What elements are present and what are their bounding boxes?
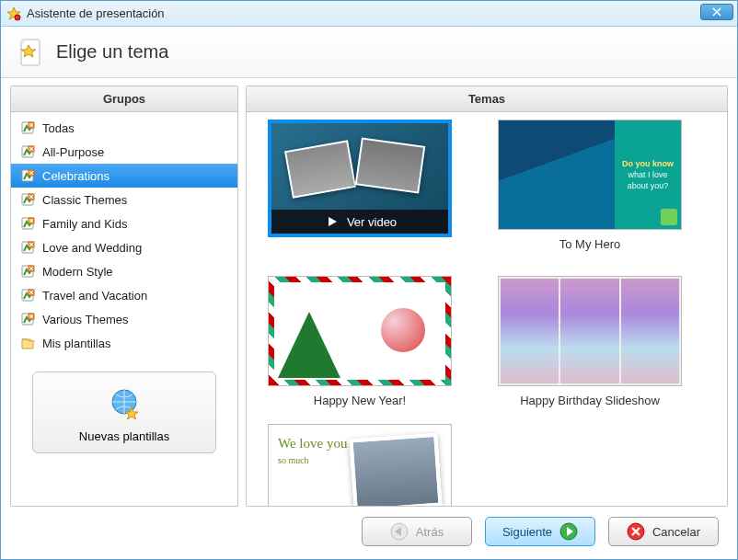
theme-tile[interactable]: Do you know what I love about you? To My… [493, 120, 686, 259]
cancel-button[interactable]: Cancelar [608, 517, 719, 546]
hero-text-1: Do you know [622, 159, 674, 168]
theme-tile[interactable]: Happy New Year! [263, 276, 456, 407]
next-button[interactable]: Siguiente [485, 517, 595, 546]
titlebar: Asistente de presentación [1, 1, 737, 27]
hero-text-3: about you? [628, 181, 669, 190]
theme-label: Happy New Year! [314, 390, 406, 407]
theme-category-icon [20, 168, 35, 183]
hero-text-2: what I love [628, 170, 667, 179]
group-label: Travel and Vacation [42, 289, 147, 303]
globe-star-icon [106, 385, 143, 422]
page-star-icon [16, 38, 45, 67]
theme-thumbnail: Do you know what I love about you? [498, 120, 682, 230]
theme-tile[interactable]: Ver video Anniversary Gift for Girlfrien… [263, 120, 456, 237]
group-item[interactable]: Family and Kids [11, 211, 237, 235]
group-label: All-Purpose [42, 145, 104, 159]
theme-category-icon [20, 288, 35, 303]
theme-label: Happy Birthday Slideshow [520, 390, 660, 407]
theme-category-icon [20, 264, 35, 279]
theme-category-icon [20, 192, 35, 207]
cancel-label: Cancelar [652, 525, 700, 539]
group-list: TodasAll-PurposeCelebrationsClassic Them… [11, 112, 237, 359]
theme-thumbnail [498, 276, 682, 386]
watch-video-overlay[interactable]: Ver video [271, 210, 448, 234]
group-label: Various Themes [42, 313, 128, 326]
theme-category-icon [20, 312, 35, 326]
close-icon [712, 7, 721, 17]
watch-video-label: Ver video [347, 215, 397, 229]
groups-panel: Grupos TodasAll-PurposeCelebrationsClass… [10, 86, 238, 507]
group-label: Mis plantillas [42, 337, 110, 350]
theme-label: To My Hero [559, 234, 620, 251]
next-label: Siguiente [502, 525, 552, 539]
theme-thumbnail [268, 276, 452, 386]
group-item[interactable]: All-Purpose [11, 140, 237, 164]
arrow-right-icon [559, 522, 578, 541]
page-title: Elige un tema [56, 41, 168, 63]
group-item[interactable]: Love and Wedding [11, 235, 237, 259]
group-item[interactable]: Celebrations [11, 164, 237, 188]
arrow-left-icon [390, 522, 409, 541]
folder-icon [20, 336, 35, 350]
wizard-footer: Atrás Siguiente Cancelar [1, 510, 737, 553]
theme-tile[interactable]: We love youso much We love you so much [263, 424, 456, 506]
group-item[interactable]: Classic Themes [11, 188, 237, 211]
theme-category-icon [20, 216, 35, 231]
app-icon [6, 6, 21, 21]
theme-category-icon [20, 120, 35, 135]
themes-heading: Temas [247, 86, 727, 112]
theme-thumbnail: We love youso much [268, 424, 452, 506]
groups-heading: Grupos [11, 86, 237, 112]
close-button[interactable] [700, 4, 733, 20]
group-label: Classic Themes [42, 193, 127, 207]
themes-scroll[interactable]: Ver video Anniversary Gift for Girlfrien… [247, 112, 727, 506]
group-label: Family and Kids [42, 217, 127, 231]
download-icon [661, 209, 677, 225]
theme-category-icon [20, 240, 35, 255]
group-label: Modern Style [42, 265, 113, 279]
back-button: Atrás [362, 517, 472, 546]
wizard-header: Elige un tema [1, 27, 737, 78]
theme-thumbnail: Ver video Anniversary Gift for Girlfrien… [268, 120, 452, 237]
group-item[interactable]: Various Themes [11, 307, 237, 331]
window-title: Asistente de presentación [27, 6, 165, 20]
group-label: Todas [42, 121, 75, 135]
content: Grupos TodasAll-PurposeCelebrationsClass… [1, 78, 737, 510]
theme-category-icon [20, 144, 35, 159]
new-templates-button[interactable]: Nuevas plantillas [32, 371, 216, 453]
group-label: Love and Wedding [42, 241, 142, 255]
svg-marker-25 [329, 217, 337, 226]
theme-label: Anniversary Gift for Girlfriend [268, 235, 452, 237]
svg-point-1 [15, 15, 20, 20]
group-item[interactable]: Modern Style [11, 259, 237, 283]
group-label: Celebrations [42, 169, 110, 183]
back-label: Atrás [416, 525, 444, 539]
group-item[interactable]: Mis plantillas [11, 331, 237, 355]
themes-panel: Temas Ver video Anniversary Gift for Gir… [246, 86, 728, 507]
group-item[interactable]: Todas [11, 116, 237, 140]
love-script-text: We love youso much [278, 436, 347, 467]
themes-grid: Ver video Anniversary Gift for Girlfrien… [263, 120, 721, 506]
play-icon [323, 212, 341, 231]
new-templates-label: Nuevas plantillas [79, 429, 169, 443]
cancel-icon [627, 522, 645, 541]
theme-tile[interactable]: Happy Birthday Slideshow [493, 276, 686, 407]
group-item[interactable]: Travel and Vacation [11, 283, 237, 307]
